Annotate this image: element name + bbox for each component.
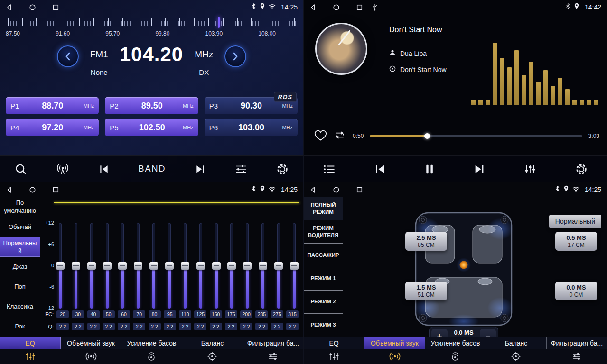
eq-band-slider[interactable] [290,223,299,309]
eq-band-slider[interactable] [87,223,96,309]
sound-mode-item[interactable]: РЕЖИМ 1 [304,267,343,291]
eq-preset-item[interactable]: Джаз [0,257,40,277]
radio-preset-p4[interactable]: P497.20MHz [6,119,99,136]
eq-band-slider[interactable] [243,223,252,309]
next-station-button[interactable] [195,164,205,174]
eq-preset-item[interactable]: По умолчанию [0,197,40,217]
sound-mode-item[interactable]: РЕЖИМ 3 [304,314,343,337]
home-button[interactable] [29,186,36,193]
radio-preset-p6[interactable]: P6103.00MHz [205,119,298,136]
sound-mode-item[interactable]: РЕЖИМ 2 [304,291,343,314]
delay-rear-right-button[interactable]: 0.0 MS 0 CM [555,282,597,300]
slider-knob[interactable] [274,262,283,270]
slider-knob[interactable] [103,262,112,270]
eq-mixer-button[interactable] [524,164,536,175]
tune-up-button[interactable] [224,46,246,67]
tuning-indicator[interactable] [218,17,220,28]
surround-sound-icon[interactable] [61,349,121,364]
sound-mode-item[interactable]: РЕЖИМ ВОДИТЕЛЯ [304,220,343,244]
bass-boost-icon[interactable] [425,349,486,364]
eq-preset-item[interactable]: Рок [0,317,40,337]
slider-knob[interactable] [72,262,80,270]
home-button[interactable] [333,4,340,11]
previous-track-button[interactable] [374,164,386,174]
eq-band-slider[interactable] [259,223,267,309]
surround-sound-icon[interactable] [364,349,425,364]
slider-knob[interactable] [165,262,174,270]
balance-icon[interactable] [486,349,546,364]
scan-search-button[interactable] [15,163,27,175]
radio-preset-p2[interactable]: P289.50MHz [105,97,198,114]
back-button[interactable] [309,186,317,193]
soundfield-tab-4[interactable]: Баланс [486,337,547,349]
equalizer-icon[interactable] [0,349,61,364]
seek-bar[interactable] [370,135,582,137]
eq-tab-2[interactable]: Объёмный звук [61,337,121,349]
eq-preset-item[interactable]: Нормальный [0,237,40,257]
eq-band-slider[interactable] [196,223,205,309]
repeat-button[interactable] [333,130,346,142]
slider-knob[interactable] [149,262,158,270]
band-button[interactable]: BAND [138,164,166,174]
slider-knob[interactable] [56,262,65,270]
slider-knob[interactable] [212,262,221,270]
filter-icon[interactable] [546,349,607,364]
eq-band-slider[interactable] [103,223,112,309]
settings-gear-button[interactable] [276,163,289,175]
sound-preset-button[interactable]: Нормальный [549,215,601,228]
eq-band-slider[interactable] [134,223,142,309]
eq-tab-1[interactable]: EQ [0,337,61,349]
eq-band-slider[interactable] [227,223,236,309]
back-button[interactable] [309,4,317,11]
delay-front-right-button[interactable]: 0.5 MS 17 CM [555,232,597,251]
eq-band-slider[interactable] [118,223,127,309]
recents-button[interactable] [356,186,363,193]
tune-down-button[interactable] [57,46,79,67]
eq-tab-5[interactable]: Фильтрация ба... [243,337,303,349]
eq-mixer-button[interactable] [235,164,247,174]
slider-knob[interactable] [196,262,205,270]
eq-band-slider[interactable] [181,223,189,309]
slider-knob[interactable] [118,262,127,270]
recents-button[interactable] [356,4,363,11]
eq-band-slider[interactable] [149,223,158,309]
balance-icon[interactable] [182,349,243,364]
delay-rear-left-button[interactable]: 1.5 MS 51 CM [405,282,447,300]
back-button[interactable] [6,186,13,193]
bass-boost-icon[interactable] [121,349,182,364]
slider-knob[interactable] [227,262,236,270]
eq-preset-item[interactable]: Классика [0,297,40,317]
eq-band-slider[interactable] [274,223,283,309]
eq-band-slider[interactable] [56,223,65,309]
soundfield-tab-1[interactable]: EQ [304,337,364,349]
recents-button[interactable] [52,186,59,193]
slider-knob[interactable] [259,262,267,270]
sound-mode-item[interactable]: ПОЛНЫЙ РЕЖИМ [304,197,343,220]
broadcast-antenna-button[interactable] [56,164,69,175]
home-button[interactable] [29,4,36,11]
frequency-ruler[interactable] [8,18,296,29]
slider-knob[interactable] [134,262,142,270]
favorite-heart-button[interactable] [314,129,327,143]
eq-preset-item[interactable]: Поп [0,277,40,297]
sound-mode-item[interactable]: ПАССАЖИР [304,244,343,267]
playlist-button[interactable] [323,164,336,174]
radio-preset-p1[interactable]: P188.70MHz [6,97,99,114]
eq-band-slider[interactable] [72,223,80,309]
slider-knob[interactable] [243,262,252,270]
eq-tab-3[interactable]: Усиление басов [121,337,182,349]
seek-bar-knob[interactable] [424,133,430,139]
soundfield-tab-3[interactable]: Усиление басов [425,337,486,349]
slider-knob[interactable] [181,262,189,270]
delay-front-left-button[interactable]: 2.5 MS 85 CM [405,232,447,251]
next-track-button[interactable] [474,164,485,174]
slider-knob[interactable] [290,262,299,270]
pause-button[interactable] [425,164,434,174]
eq-preset-item[interactable]: Обычай [0,217,40,237]
radio-preset-p5[interactable]: P5102.50MHz [105,119,198,136]
eq-band-slider[interactable] [212,223,221,309]
eq-band-slider[interactable] [165,223,174,309]
previous-station-button[interactable] [99,164,109,174]
back-button[interactable] [6,4,13,11]
eq-tab-4[interactable]: Баланс [182,337,243,349]
